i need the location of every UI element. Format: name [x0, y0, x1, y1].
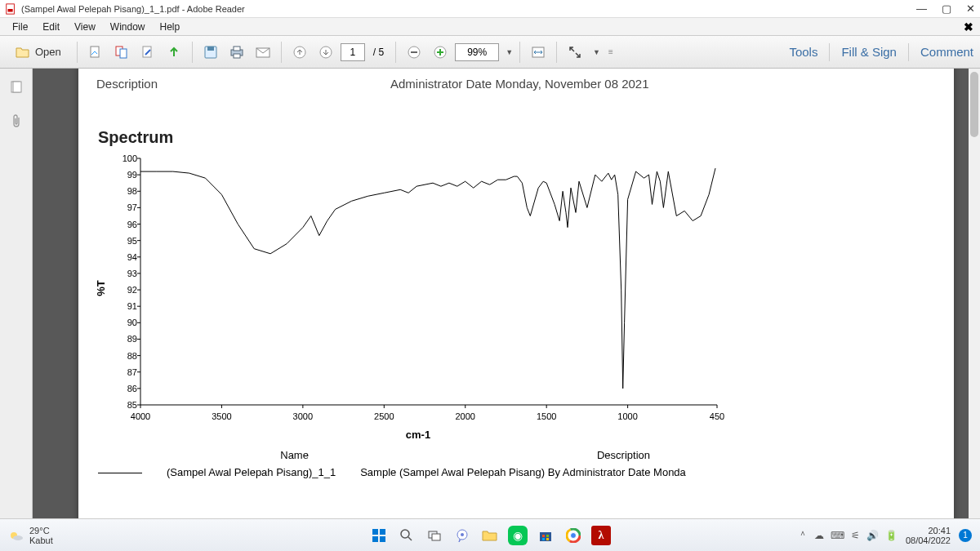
- svg-rect-60: [546, 538, 549, 540]
- zoom-in-button[interactable]: [429, 41, 452, 64]
- export-button[interactable]: [163, 41, 185, 64]
- weather-desc: Kabut: [29, 535, 53, 545]
- chart-y-tick: 91: [113, 301, 137, 311]
- vertical-scrollbar[interactable]: [969, 69, 980, 518]
- menu-window[interactable]: Window: [103, 21, 153, 33]
- legend-col-desc: Description: [349, 447, 697, 463]
- chart-x-tick: 3500: [212, 411, 231, 421]
- weather-icon: [8, 527, 24, 544]
- line-app-button[interactable]: ◉: [508, 526, 528, 545]
- chart-x-tick: 1500: [537, 411, 556, 421]
- create-pdf-button[interactable]: [84, 41, 107, 64]
- svg-point-65: [571, 532, 577, 538]
- arrow-up-icon: [167, 45, 181, 60]
- convert-button[interactable]: [110, 41, 133, 64]
- chrome-button[interactable]: [564, 526, 583, 545]
- folder-icon: [482, 529, 498, 542]
- page-number-input[interactable]: [341, 43, 365, 61]
- toolbar-separator: [192, 42, 193, 63]
- svg-rect-56: [540, 532, 551, 541]
- tray-wifi-icon[interactable]: ⚟: [851, 530, 860, 541]
- task-view-button[interactable]: [425, 526, 444, 545]
- comment-panel-button[interactable]: Comment: [920, 45, 973, 59]
- menu-edit[interactable]: Edit: [35, 21, 67, 33]
- svg-rect-59: [542, 538, 545, 540]
- page-up-button[interactable]: [288, 41, 311, 64]
- fit-width-button[interactable]: [527, 41, 550, 64]
- tray-volume-icon[interactable]: 🔊: [866, 530, 879, 541]
- zoom-out-button[interactable]: [403, 41, 425, 64]
- view-dropdown-caret[interactable]: ▼: [593, 48, 600, 56]
- print-button[interactable]: [225, 41, 248, 64]
- page-total-label: / 5: [373, 47, 384, 58]
- chart-x-tick: 450: [710, 411, 724, 421]
- spectrum-title: Spectrum: [98, 128, 936, 147]
- read-mode-button[interactable]: [564, 41, 586, 64]
- menu-help[interactable]: Help: [153, 21, 188, 33]
- svg-rect-58: [546, 535, 549, 537]
- tray-battery-icon[interactable]: 🔋: [885, 530, 898, 541]
- pdf-page: Description Administrator Date Monday, N…: [78, 69, 954, 518]
- close-button[interactable]: ✕: [966, 2, 975, 15]
- page-down-button[interactable]: [314, 41, 337, 64]
- chart-y-tick: 93: [113, 269, 137, 278]
- weather-temp: 29°C: [29, 526, 53, 535]
- plus-circle-icon: [434, 46, 447, 59]
- windows-logo-icon: [371, 527, 387, 544]
- legend-desc-value: Sample (Sampel Awal Pelepah Pisang) By A…: [349, 464, 697, 480]
- tray-chevron-icon[interactable]: ＾: [798, 528, 808, 542]
- tools-panel-button[interactable]: Tools: [789, 45, 817, 59]
- ms-store-button[interactable]: [536, 526, 555, 545]
- file-explorer-button[interactable]: [480, 526, 500, 545]
- pencil-page-icon: [140, 45, 155, 60]
- minimize-button[interactable]: —: [916, 2, 927, 15]
- chrome-icon: [566, 528, 581, 543]
- notification-badge[interactable]: 1: [959, 529, 972, 542]
- adobe-reader-button[interactable]: λ: [591, 526, 611, 545]
- chart-y-tick: 97: [113, 202, 137, 212]
- chart-x-tick: 2000: [455, 411, 474, 421]
- maximize-button[interactable]: ▢: [942, 2, 951, 15]
- zoom-level-box[interactable]: 99%: [455, 43, 499, 61]
- document-close-button[interactable]: ✖: [964, 20, 973, 33]
- chart-y-tick: 88: [113, 351, 137, 361]
- email-button[interactable]: [252, 41, 274, 64]
- chart-y-tick: 98: [113, 186, 137, 196]
- clock-time: 20:41: [906, 526, 951, 535]
- tray-onedrive-icon[interactable]: ☁: [814, 530, 824, 541]
- clock-date: 08/04/2022: [906, 535, 951, 545]
- tray-language-icon[interactable]: ⌨: [831, 530, 844, 541]
- floppy-disk-icon: [203, 45, 218, 60]
- printer-icon: [229, 45, 245, 60]
- zoom-dropdown-caret[interactable]: ▼: [506, 48, 513, 56]
- chat-button[interactable]: [452, 526, 472, 545]
- search-button[interactable]: [397, 526, 416, 545]
- edit-button[interactable]: [136, 41, 159, 64]
- toolbar: Open / 5 99% ▼ ▼ ≡ Tools Fill & Sign Com…: [0, 36, 980, 69]
- clock[interactable]: 20:41 08/04/2022: [906, 526, 951, 545]
- fill-sign-panel-button[interactable]: Fill & Sign: [841, 45, 897, 59]
- svg-point-55: [461, 533, 464, 536]
- legend-data-row: (Sampel Awal Pelepah Pisang)_1_1 Sample …: [87, 464, 697, 480]
- svg-rect-47: [372, 529, 378, 535]
- start-button[interactable]: [369, 526, 389, 545]
- envelope-icon: [255, 46, 271, 59]
- chat-icon: [455, 528, 470, 543]
- menu-file[interactable]: File: [5, 21, 35, 33]
- chart-y-tick: 89: [113, 334, 137, 344]
- page-thumbnail-icon: [9, 80, 24, 95]
- save-button[interactable]: [199, 41, 222, 64]
- scrollbar-thumb[interactable]: [970, 72, 978, 137]
- menu-view[interactable]: View: [67, 21, 103, 33]
- attachments-panel-button[interactable]: [6, 111, 27, 132]
- weather-widget[interactable]: 29°C Kabut: [29, 526, 53, 545]
- open-button[interactable]: Open: [7, 41, 70, 64]
- chart-y-tick: 90: [113, 318, 137, 327]
- document-viewport[interactable]: Description Administrator Date Monday, N…: [33, 69, 980, 518]
- chart-y-tick: 99: [113, 170, 137, 180]
- thumbnails-panel-button[interactable]: [6, 77, 27, 98]
- zoom-value: 99%: [467, 47, 487, 58]
- window-titlebar: (Sampel Awal Pelepah Pisang)_1_1.pdf - A…: [0, 0, 980, 18]
- menu-bar: File Edit View Window Help ✖: [0, 18, 980, 36]
- system-tray: ＾ ☁ ⌨ ⚟ 🔊 🔋 20:41 08/04/2022 1: [798, 526, 972, 545]
